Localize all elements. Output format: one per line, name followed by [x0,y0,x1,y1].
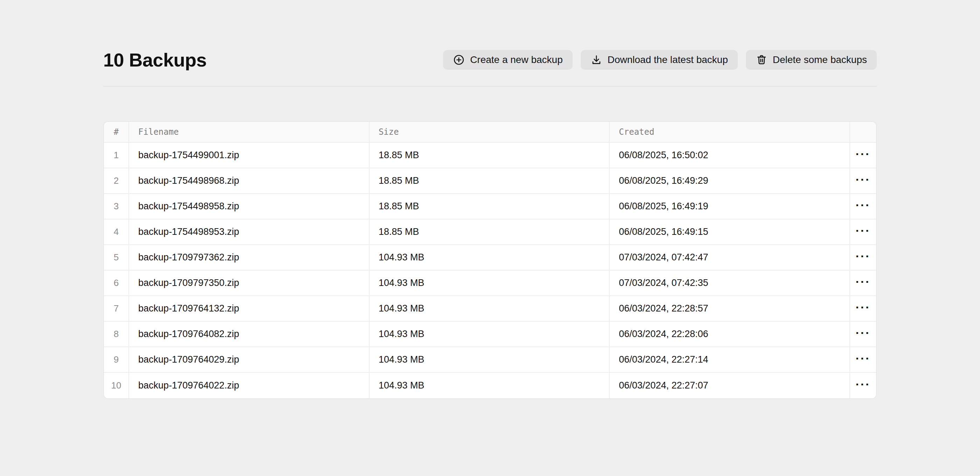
ellipsis-icon: ··· [855,378,870,390]
row-created: 06/08/2025, 16:50:02 [610,143,850,168]
row-created: 06/03/2024, 22:28:06 [610,322,850,347]
row-filename: backup-1754498953.zip [129,220,370,245]
row-filename: backup-1754499001.zip [129,143,370,168]
row-menu-button[interactable]: ··· [850,194,876,219]
row-filename: backup-1709764029.zip [129,347,370,373]
row-index: 5 [104,245,129,271]
page-title: 10 Backups [103,49,207,71]
row-menu-button[interactable]: ··· [850,143,876,168]
row-menu-button[interactable]: ··· [850,271,876,295]
row-size: 18.85 MB [370,168,610,194]
trash-icon [756,54,768,66]
row-size: 104.93 MB [370,296,610,322]
row-menu-button[interactable]: ··· [850,168,876,193]
row-menu-button[interactable]: ··· [850,245,876,270]
row-filename: backup-1754498968.zip [129,168,370,194]
row-created: 06/08/2025, 16:49:19 [610,194,850,220]
row-filename: backup-1709764022.zip [129,373,370,398]
row-size: 18.85 MB [370,194,610,220]
header-divider [103,86,877,87]
row-menu-button[interactable]: ··· [850,373,876,398]
table-row: 5 backup-1709797362.zip 104.93 MB 07/03/… [104,245,876,271]
row-created: 06/03/2024, 22:27:07 [610,373,850,398]
backups-table: # Filename Size Created 1 backup-1754499… [104,122,876,398]
row-index: 2 [104,168,129,194]
download-latest-backup-button[interactable]: Download the latest backup [581,50,738,70]
row-size: 104.93 MB [370,373,610,398]
create-backup-label: Create a new backup [470,54,563,65]
ellipsis-icon: ··· [855,174,870,186]
row-created: 06/03/2024, 22:28:57 [610,296,850,322]
ellipsis-icon: ··· [855,199,870,211]
row-size: 104.93 MB [370,271,610,296]
row-index: 7 [104,296,129,322]
ellipsis-icon: ··· [855,327,870,339]
row-created: 06/08/2025, 16:49:29 [610,168,850,194]
row-index: 3 [104,194,129,220]
row-filename: backup-1709797350.zip [129,271,370,296]
row-created: 06/03/2024, 22:27:14 [610,347,850,373]
table-row: 3 backup-1754498958.zip 18.85 MB 06/08/2… [104,194,876,220]
backups-table-container: # Filename Size Created 1 backup-1754499… [103,121,877,399]
ellipsis-icon: ··· [855,225,870,237]
ellipsis-icon: ··· [855,276,870,288]
table-row: 7 backup-1709764132.zip 104.93 MB 06/03/… [104,296,876,322]
row-index: 1 [104,143,129,168]
ellipsis-icon: ··· [855,148,870,160]
plus-circle-icon [453,54,465,66]
row-menu-button[interactable]: ··· [850,220,876,244]
table-body: 1 backup-1754499001.zip 18.85 MB 06/08/2… [104,143,876,398]
row-size: 18.85 MB [370,143,610,168]
row-menu-button[interactable]: ··· [850,347,876,372]
row-index: 8 [104,322,129,347]
row-size: 104.93 MB [370,245,610,271]
table-row: 8 backup-1709764082.zip 104.93 MB 06/03/… [104,322,876,347]
table-row: 9 backup-1709764029.zip 104.93 MB 06/03/… [104,347,876,373]
toolbar: Create a new backup Download the latest … [443,50,877,70]
row-created: 07/03/2024, 07:42:35 [610,271,850,296]
ellipsis-icon: ··· [855,250,870,262]
row-filename: backup-1709764132.zip [129,296,370,322]
delete-backups-button[interactable]: Delete some backups [746,50,877,70]
column-header-filename: Filename [129,122,370,143]
download-latest-backup-label: Download the latest backup [608,54,728,65]
column-header-size: Size [370,122,610,143]
row-index: 9 [104,347,129,373]
backups-page: 10 Backups Create a new backup Download … [103,0,877,399]
page-header: 10 Backups Create a new backup Download … [103,48,877,72]
create-backup-button[interactable]: Create a new backup [443,50,573,70]
ellipsis-icon: ··· [855,352,870,365]
table-row: 1 backup-1754499001.zip 18.85 MB 06/08/2… [104,143,876,168]
column-header-actions [850,122,876,143]
download-icon [590,54,602,66]
table-row: 6 backup-1709797350.zip 104.93 MB 07/03/… [104,271,876,296]
ellipsis-icon: ··· [855,301,870,313]
delete-backups-label: Delete some backups [773,54,867,65]
row-menu-button[interactable]: ··· [850,296,876,321]
row-index: 6 [104,271,129,296]
table-row: 2 backup-1754498968.zip 18.85 MB 06/08/2… [104,168,876,194]
row-filename: backup-1754498958.zip [129,194,370,220]
row-size: 104.93 MB [370,322,610,347]
table-row: 4 backup-1754498953.zip 18.85 MB 06/08/2… [104,220,876,245]
column-header-index: # [104,122,129,143]
row-created: 07/03/2024, 07:42:47 [610,245,850,271]
row-index: 4 [104,220,129,245]
row-filename: backup-1709797362.zip [129,245,370,271]
row-index: 10 [104,373,129,398]
column-header-created: Created [610,122,850,143]
row-filename: backup-1709764082.zip [129,322,370,347]
table-header: # Filename Size Created [104,122,876,143]
row-created: 06/08/2025, 16:49:15 [610,220,850,245]
row-size: 18.85 MB [370,220,610,245]
row-menu-button[interactable]: ··· [850,322,876,347]
row-size: 104.93 MB [370,347,610,373]
table-row: 10 backup-1709764022.zip 104.93 MB 06/03… [104,373,876,398]
